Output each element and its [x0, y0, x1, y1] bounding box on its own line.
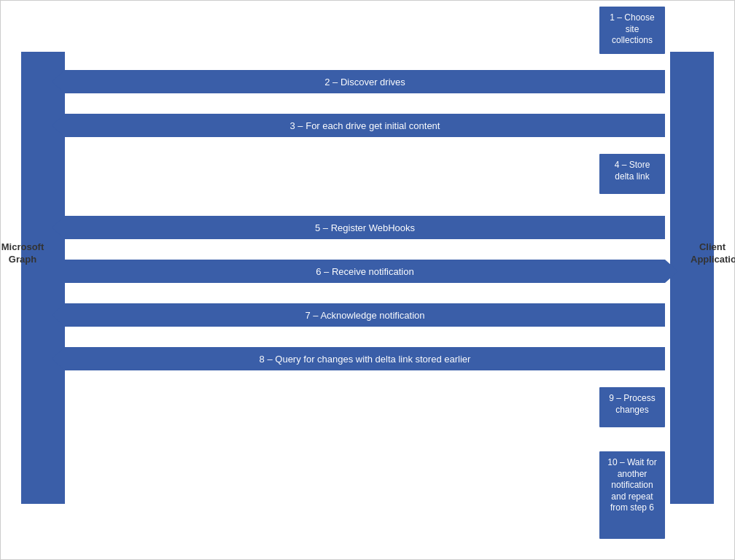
arrow-discover-drives: 2 – Discover drives [65, 70, 665, 93]
arrow-query-changes: 8 – Query for changes with delta link st… [65, 347, 665, 370]
box-process-changes: 9 – Process changes [599, 387, 665, 427]
arrow-acknowledge-notification: 7 – Acknowledge notification [65, 303, 665, 327]
arrow-initial-content: 3 – For each drive get initial content [65, 114, 665, 137]
box-store-delta-link: 4 – Store delta link [599, 154, 665, 194]
left-label: MicrosoftGraph [1, 241, 44, 266]
right-label: ClientApplication [691, 241, 734, 266]
arrow-receive-notification: 6 – Receive notification [65, 260, 665, 283]
box-choose-site-collections: 1 – Choose site collections [599, 7, 665, 54]
arrow-register-webhooks: 5 – Register WebHooks [65, 216, 665, 239]
box-wait-notification: 10 – Wait for another notification and r… [599, 451, 665, 539]
diagram-container: MicrosoftGraph ClientApplication 1 – Cho… [0, 0, 735, 560]
